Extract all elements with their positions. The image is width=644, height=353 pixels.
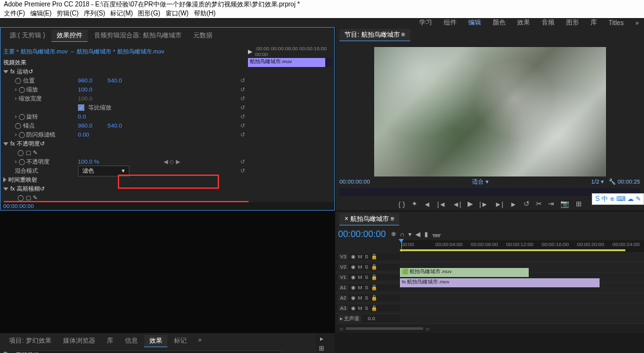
lift-icon[interactable]: ✂ [536,200,542,208]
tab-source[interactable]: 源:( 无剪辑 ) [5,30,50,42]
opacity-group[interactable]: fx 不透明度↺ [3,139,248,148]
zoom-slider[interactable] [346,327,423,330]
menu-file[interactable]: 文件(F) [4,9,25,18]
track-select-tool-icon[interactable]: ⊞ [317,345,325,352]
reset-icon[interactable]: ↺ [240,113,248,120]
gaussian-blur-group[interactable]: fx 高斯模糊↺ [3,184,248,193]
track-toggle-icon[interactable]: 🔒 [371,305,377,311]
work-area-bar[interactable] [400,249,625,251]
export-frame-icon[interactable]: 📷 [560,200,569,208]
menu-gfx[interactable]: 图形(G) [138,9,160,18]
ws-color[interactable]: 颜色 [493,18,506,27]
reset-icon[interactable]: ↺ [240,167,248,174]
zoom-out-icon[interactable]: ○ [339,325,343,332]
blend-mode-dropdown[interactable]: 滤色▾ [78,166,129,176]
tab-metadata[interactable]: 元数据 [188,30,218,42]
loop-icon[interactable]: ↺ [524,200,529,208]
rotation-value[interactable]: 0.0 [78,113,104,120]
go-in-icon[interactable]: ◄ [424,200,431,208]
scale-value[interactable]: 100.0 [78,86,104,93]
track-toggle-icon[interactable]: M [358,254,363,260]
track-toggle-icon[interactable]: ◉ [351,295,355,301]
sequence-tab[interactable]: × 航拍鸟瞰城市 ≡ [339,213,399,225]
opacity-value[interactable]: 100.0 % [78,158,104,165]
track-toggle-icon[interactable]: 🔒 [371,264,377,270]
tab-effects[interactable]: 效果 [144,335,167,347]
program-tc-left[interactable]: 00:00:00:00 [339,178,370,185]
panel-timecode[interactable]: 00:00:00:00 [1,202,334,210]
menu-edit[interactable]: 编辑(E) [30,9,52,18]
selection-tool-icon[interactable]: ▸ [317,335,325,343]
reset-icon[interactable]: ↺ [240,131,248,138]
wrench-icon[interactable]: 🔧 [609,178,616,185]
track-toggle-icon[interactable]: S [365,274,368,280]
track-header[interactable]: A3◉MS🔒 [336,305,400,311]
track-header[interactable]: V1◉MS🔒 [336,274,400,280]
menu-help[interactable]: 帮助(H) [194,9,216,18]
settings-icon[interactable]: ᚅ [432,231,441,238]
reset-icon[interactable]: ↺ [240,158,248,165]
tab-audio-mixer[interactable]: 音频剪辑混合器: 航拍鸟瞰城市 [89,30,187,42]
timeline-track[interactable]: V2◉MS🔒🟩 航拍鸟瞰城市.mov [336,262,644,272]
reset-icon[interactable]: ↺ [240,77,248,84]
track-toggle-icon[interactable]: 🔒 [371,285,377,291]
timeline-ruler[interactable]: 00:00 00:00:04:00 00:00:08:00 00:00:12:0… [400,240,644,252]
reset-icon[interactable]: ↺ [40,140,45,147]
ws-libraries[interactable]: 库 [591,18,597,27]
effects-search-input[interactable] [13,350,281,353]
timeline-clip[interactable]: 🟩 航拍鸟瞰城市.mov [400,268,529,277]
masks-row[interactable]: ◯ ▢ ✎ [3,195,74,201]
antiflicker-value[interactable]: 0.00 [78,131,104,138]
step-forward-icon[interactable]: ►| [495,200,504,208]
program-fit-dropdown[interactable]: 适合 ▾ [472,178,489,186]
tab-libraries[interactable]: 库 [102,335,118,347]
timeline-toolbar[interactable]: ▸ ⊞ ⟷ ✂ ↔ ⊘ T [316,333,335,353]
position-x[interactable]: 960.0 [78,77,104,84]
reset-icon[interactable]: ↺ [240,86,248,93]
prev-icon[interactable]: ◄| [452,200,461,208]
track-toggle-icon[interactable]: M [358,274,363,280]
position-y[interactable]: 540.0 [108,77,133,84]
menu-win[interactable]: 窗口(W) [166,9,189,18]
tabs-more-icon[interactable]: » [193,335,207,347]
anchor-y[interactable]: 540.0 [108,122,133,129]
track-toggle-icon[interactable]: ◉ [351,254,355,260]
ws-editing[interactable]: 编辑 [468,18,481,27]
track-header[interactable]: ▸ 主声道0.0 [336,315,400,322]
track-toggle-icon[interactable]: 🔒 [371,295,377,301]
track-header[interactable]: V3◉MS🔒 [336,254,400,260]
extract-icon[interactable]: ⇥ [548,200,554,208]
workspace-bar[interactable]: 学习 组件 编辑 颜色 效果 音频 图形 库 Titles » [0,18,644,27]
ws-assembly[interactable]: 组件 [444,18,457,27]
ws-effects[interactable]: 效果 [517,18,530,27]
button-editor-icon[interactable]: ⊞ [576,200,582,208]
timeline-clip[interactable]: fx 航拍鸟瞰城市.mov [400,278,600,287]
uniform-scale-checkbox[interactable]: ✓ [78,104,84,111]
track-toggle-icon[interactable]: M [358,264,363,270]
settings-icon[interactable]: ◀ [415,231,421,238]
reset-icon[interactable]: ↺ [40,186,45,192]
play-icon[interactable]: ▶ [468,200,473,208]
track-toggle-icon[interactable]: S [365,254,368,260]
reset-icon[interactable]: ↺ [28,68,33,75]
program-tabs[interactable]: 节目: 航拍鸟瞰城市 ≡ [336,27,644,43]
timeline-tracks[interactable]: V3◉MS🔒V2◉MS🔒🟩 航拍鸟瞰城市.movV1◉MS🔒fx 航拍鸟瞰城市.… [336,252,644,324]
track-toggle-icon[interactable]: S [365,295,368,301]
step-back-icon[interactable]: |◄ [437,200,446,208]
track-header[interactable]: V2◉MS🔒 [336,264,400,270]
ws-learn[interactable]: 学习 [419,18,432,27]
keyframe-nav[interactable]: ◀ ◇ ▶ [164,158,180,165]
tab-markers[interactable]: 标记 [169,335,192,347]
playhead-icon[interactable]: ▶ [248,48,252,55]
reset-icon[interactable]: ↺ [240,122,248,129]
marker-icon[interactable]: ▾ [408,231,412,238]
tab-project[interactable]: 项目: 梦幻效果 [4,335,57,347]
track-toggle-icon[interactable]: 🔒 [371,274,377,280]
menu-seq[interactable]: 序列(S) [84,9,105,18]
menubar[interactable]: 文件(F) 编辑(E) 剪辑(C) 序列(S) 标记(M) 图形(G) 窗口(W… [0,9,644,18]
track-toggle-icon[interactable]: M [358,285,363,291]
ws-titles[interactable]: Titles [609,19,624,26]
reset-icon[interactable]: ↺ [240,95,248,102]
sequence-tabs[interactable]: × 航拍鸟瞰城市 ≡ [336,211,644,227]
scale-width-value[interactable]: 100.0 [78,95,104,102]
